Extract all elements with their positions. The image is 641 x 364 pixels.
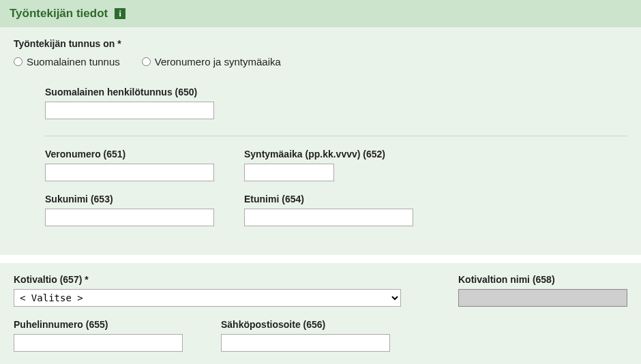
- country-select[interactable]: < Valitse >: [14, 289, 401, 307]
- name-row: Sukunimi (653) Etunimi (654): [45, 194, 627, 239]
- firstname-field-group: Etunimi (654): [244, 194, 413, 226]
- radio-finnish-id[interactable]: [14, 57, 23, 66]
- lastname-label: Sukunimi (653): [45, 194, 214, 204]
- id-fields-block: Suomalainen henkilötunnus (650) Veronume…: [45, 87, 627, 239]
- taxno-label: Veronumero (651): [45, 149, 214, 160]
- email-label: Sähköpostiosoite (656): [221, 319, 390, 330]
- taxno-input[interactable]: [45, 164, 214, 181]
- phone-label: Puhelinnumero (655): [14, 319, 183, 330]
- country-name-readonly: [458, 289, 627, 307]
- country-label: Kotivaltio (657) *: [14, 274, 401, 285]
- lastname-input[interactable]: [45, 209, 214, 226]
- dob-label: Syntymäaika (pp.kk.vvvv) (652): [244, 149, 385, 160]
- firstname-input[interactable]: [244, 209, 413, 226]
- dob-input[interactable]: [244, 164, 334, 181]
- ssn-input[interactable]: [45, 102, 214, 119]
- employee-id-group-label: Työntekijän tunnus on *: [14, 38, 627, 49]
- email-field-group: Sähköpostiosoite (656): [221, 319, 390, 352]
- section-header: Työntekijän tiedot i: [0, 0, 641, 27]
- info-icon[interactable]: i: [115, 8, 125, 19]
- contact-row: Puhelinnumero (655) Sähköpostiosoite (65…: [14, 319, 627, 352]
- radio-option-taxno-dob[interactable]: Veronumero ja syntymäaika: [142, 56, 281, 67]
- employee-id-radio-group: Suomalainen tunnus Veronumero ja syntymä…: [14, 56, 627, 67]
- country-row: Kotivaltio (657) * < Valitse > Kotivalti…: [14, 274, 627, 307]
- email-input[interactable]: [221, 334, 390, 352]
- ssn-field-group: Suomalainen henkilötunnus (650): [45, 87, 627, 119]
- phone-field-group: Puhelinnumero (655): [14, 319, 183, 352]
- section-title: Työntekijän tiedot: [10, 7, 108, 20]
- contact-panel: Kotivaltio (657) * < Valitse > Kotivalti…: [0, 263, 641, 364]
- ssn-label: Suomalainen henkilötunnus (650): [45, 87, 627, 97]
- country-name-label: Kotivaltion nimi (658): [458, 274, 627, 285]
- radio-taxno-dob[interactable]: [142, 57, 151, 66]
- radio-taxno-dob-label: Veronumero ja syntymäaika: [155, 56, 281, 67]
- radio-finnish-id-label: Suomalainen tunnus: [27, 56, 120, 67]
- country-field-group: Kotivaltio (657) * < Valitse >: [14, 274, 401, 307]
- taxno-field-group: Veronumero (651): [45, 149, 214, 181]
- radio-option-finnish-id[interactable]: Suomalainen tunnus: [14, 56, 120, 67]
- dob-field-group: Syntymäaika (pp.kk.vvvv) (652): [244, 149, 385, 181]
- phone-input[interactable]: [14, 334, 183, 352]
- firstname-label: Etunimi (654): [244, 194, 413, 204]
- country-name-field-group: Kotivaltion nimi (658): [431, 274, 627, 307]
- lastname-field-group: Sukunimi (653): [45, 194, 214, 226]
- separator: [45, 136, 627, 136]
- employee-id-panel: Työntekijän tunnus on * Suomalainen tunn…: [0, 27, 641, 255]
- taxno-dob-row: Veronumero (651) Syntymäaika (pp.kk.vvvv…: [45, 149, 627, 194]
